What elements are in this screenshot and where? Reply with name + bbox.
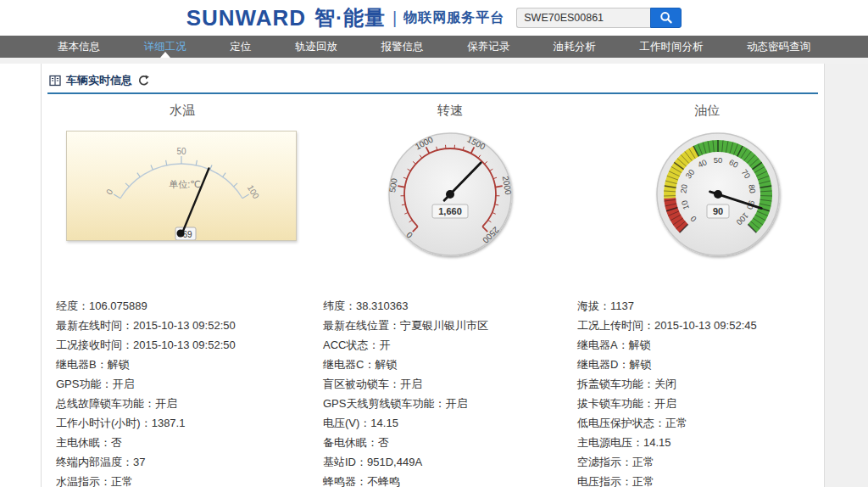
water-temp-gauge-svg: 050100单位:℃69 xyxy=(67,132,296,240)
nav-tab-6[interactable]: 保养记录 xyxy=(464,36,513,58)
detail-row: 基站ID：951D,449A xyxy=(323,452,577,472)
brand-wordmark: SUNWARD xyxy=(186,7,306,29)
main-nav: 基本信息详细工况定位轨迹回放报警信息保养记录油耗分析工作时间分析动态密码查询 xyxy=(0,36,868,58)
detail-value: 解锁 xyxy=(629,339,651,351)
detail-row: 总线故障锁车功能：开启 xyxy=(56,394,323,413)
nav-tab-1[interactable]: 基本信息 xyxy=(54,36,103,58)
nav-tab-8[interactable]: 工作时间分析 xyxy=(636,36,706,58)
svg-text:90: 90 xyxy=(713,206,723,216)
detail-column: 纬度：38.310363最新在线位置：宁夏银川银川市区ACC状态：开继电器C：解… xyxy=(323,296,577,487)
nav-tab-9[interactable]: 动态密码查询 xyxy=(743,36,814,58)
detail-value: 2015-10-13 09:52:50 xyxy=(133,339,236,351)
detail-label: 电压指示： xyxy=(577,475,632,487)
search-input[interactable] xyxy=(516,8,650,28)
detail-value: 解锁 xyxy=(375,358,397,371)
detail-value: 正常 xyxy=(632,456,654,468)
detail-value: 正常 xyxy=(111,475,133,487)
detail-value: 解锁 xyxy=(629,358,651,371)
detail-value: 1387.1 xyxy=(152,417,186,429)
detail-column: 海拔：1137工况上传时间：2015-10-13 09:52:45继电器A：解锁… xyxy=(577,296,824,487)
svg-text:单位:℃: 单位:℃ xyxy=(169,179,200,189)
detail-label: 终端内部温度： xyxy=(56,456,133,468)
detail-row: 纬度：38.310363 xyxy=(323,296,577,316)
detail-row: 主电源电压：14.15 xyxy=(577,433,824,452)
detail-value: 14.15 xyxy=(370,417,398,429)
detail-label: 拆盖锁车功能： xyxy=(577,378,654,390)
detail-row: 继电器D：解锁 xyxy=(577,355,824,374)
detail-label: 最新在线时间： xyxy=(56,319,133,332)
detail-row: 低电压保护状态：正常 xyxy=(577,413,824,433)
detail-row: 继电器A：解锁 xyxy=(577,335,824,355)
gauge-block-water: 水温 050100单位:℃69 xyxy=(42,103,323,262)
nav-tab-4[interactable]: 轨迹回放 xyxy=(292,36,341,58)
detail-value: 38.310363 xyxy=(356,299,408,312)
nav-tab-7[interactable]: 油耗分析 xyxy=(550,36,599,58)
svg-text:0: 0 xyxy=(104,187,115,196)
gauge-block-oil: 油位 010203040506070809010090 xyxy=(577,103,824,262)
svg-text:1,660: 1,660 xyxy=(438,206,462,216)
detail-value: 解锁 xyxy=(108,358,130,371)
refresh-icon xyxy=(137,75,149,87)
detail-row: 备电休眠：否 xyxy=(323,433,577,452)
search-button[interactable] xyxy=(650,8,682,28)
section-title: 车辆实时信息 xyxy=(66,73,132,88)
svg-text:50: 50 xyxy=(176,147,186,156)
detail-value: 2015-10-13 09:52:50 xyxy=(133,319,236,332)
detail-row: 拆盖锁车功能：关闭 xyxy=(577,374,824,394)
detail-label: 拔卡锁车功能： xyxy=(577,397,654,410)
right-gutter xyxy=(825,64,868,487)
detail-value: 开启 xyxy=(400,378,422,390)
detail-row: 水温指示：正常 xyxy=(56,472,323,487)
svg-text:80: 80 xyxy=(747,183,758,193)
detail-label: 主电休眠： xyxy=(56,436,111,449)
detail-label: 盲区被动锁车： xyxy=(323,378,400,390)
active-tab-caret xyxy=(160,52,170,58)
section-header: 车辆实时信息 xyxy=(47,68,818,94)
nav-tab-5[interactable]: 报警信息 xyxy=(378,36,427,58)
product-name: 智·能量 xyxy=(314,4,386,31)
nav-substrip xyxy=(0,58,868,64)
detail-row: 盲区被动锁车：开启 xyxy=(323,374,577,394)
detail-value: 106.075889 xyxy=(89,299,147,312)
search-icon xyxy=(659,11,673,25)
detail-row: 继电器B：解锁 xyxy=(56,355,323,374)
detail-value: 关闭 xyxy=(654,378,676,390)
detail-label: 继电器C： xyxy=(323,358,375,371)
gauge-row: 水温 050100单位:℃69 转速 050010001500200025001… xyxy=(42,103,824,262)
detail-row: 工况上传时间：2015-10-13 09:52:45 xyxy=(577,316,824,335)
svg-text:20: 20 xyxy=(678,183,689,193)
gauge-title-water: 水温 xyxy=(42,103,323,120)
detail-label: 总线故障锁车功能： xyxy=(56,397,155,410)
detail-label: 继电器A： xyxy=(577,339,629,351)
detail-row: 蜂鸣器：不蜂鸣 xyxy=(323,472,577,487)
detail-value: 1137 xyxy=(610,299,634,312)
logo: SUNWARD 智·能量 | 物联网服务平台 xyxy=(186,4,505,31)
detail-row: 电压(V)：14.15 xyxy=(323,413,577,433)
detail-label: 主电源电压： xyxy=(577,436,643,449)
detail-label: 工况上传时间： xyxy=(577,319,654,332)
nav-tab-3[interactable]: 定位 xyxy=(226,36,254,58)
detail-row: 最新在线位置：宁夏银川银川市区 xyxy=(323,316,577,335)
detail-value: 正常 xyxy=(632,475,654,487)
refresh-button[interactable] xyxy=(137,75,149,87)
vehicle-details-grid: 经度：106.075889最新在线时间：2015-10-13 09:52:50工… xyxy=(42,296,824,487)
detail-row: 工作小时计(小时)：1387.1 xyxy=(56,413,323,433)
detail-label: 电压(V)： xyxy=(323,417,370,429)
detail-label: 基站ID： xyxy=(323,456,367,468)
detail-value: 不蜂鸣 xyxy=(367,475,400,487)
detail-value: 37 xyxy=(133,456,145,468)
svg-text:100: 100 xyxy=(246,183,261,200)
ledger-icon xyxy=(49,75,61,87)
nav-tab-2[interactable]: 详细工况 xyxy=(141,36,190,58)
detail-row: 工况接收时间：2015-10-13 09:52:50 xyxy=(56,335,323,355)
detail-label: GPS功能： xyxy=(56,378,112,390)
detail-label: 蜂鸣器： xyxy=(323,475,367,487)
detail-row: 最新在线时间：2015-10-13 09:52:50 xyxy=(56,316,323,335)
detail-value: 开 xyxy=(379,339,390,351)
detail-row: 空滤指示：正常 xyxy=(577,452,824,472)
detail-value: 2015-10-13 09:52:45 xyxy=(654,319,757,332)
detail-row: 电压指示：正常 xyxy=(577,472,824,487)
detail-value: 开启 xyxy=(445,397,467,410)
detail-label: GPS天线剪线锁车功能： xyxy=(323,397,445,410)
detail-value: 正常 xyxy=(665,417,687,429)
